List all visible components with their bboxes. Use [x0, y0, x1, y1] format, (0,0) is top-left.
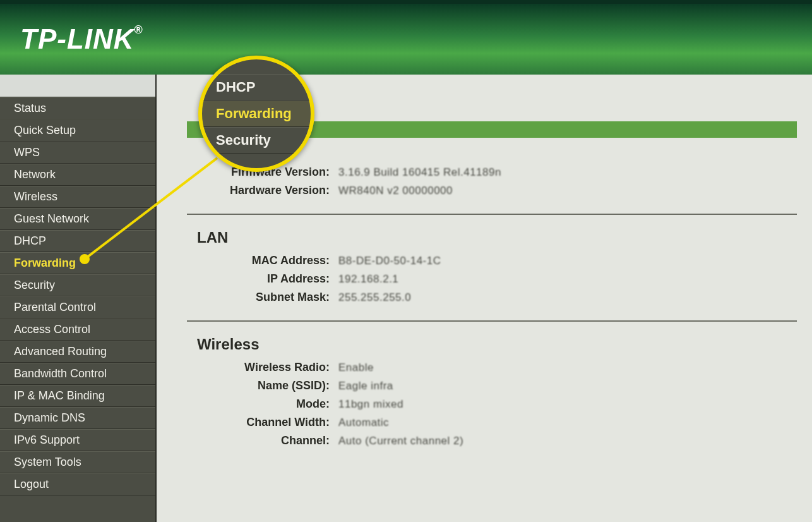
ssid-value: Eagle infra	[338, 380, 393, 392]
radio-value: Enable	[338, 361, 374, 374]
ch-value: Auto (Current channel 2)	[338, 435, 463, 447]
sidebar-item-parental-control[interactable]: Parental Control	[0, 296, 155, 319]
ip-value: 192.168.2.1	[338, 273, 398, 286]
cw-row: Channel Width: Automatic	[187, 416, 797, 429]
registered-icon: ®	[134, 23, 143, 36]
sidebar-spacer	[0, 75, 155, 97]
wireless-section: Wireless Wireless Radio: Enable Name (SS…	[187, 320, 797, 447]
callout-dot	[80, 254, 90, 264]
callout-item-security: Security	[202, 127, 311, 154]
cw-label: Channel Width:	[187, 416, 338, 429]
lan-title: LAN	[197, 229, 797, 246]
ssid-row: Name (SSID): Eagle infra	[187, 379, 797, 392]
hardware-version-value: WR840N v2 00000000	[338, 185, 453, 197]
sidebar-item-wireless[interactable]: Wireless	[0, 186, 155, 208]
mask-value: 255.255.255.0	[338, 291, 411, 304]
sidebar-item-advanced-routing[interactable]: Advanced Routing	[0, 341, 155, 363]
ip-row: IP Address: 192.168.2.1	[187, 272, 797, 286]
callout-item-dhcp: DHCP	[202, 74, 311, 100]
ch-row: Channel: Auto (Current channel 2)	[187, 434, 797, 447]
sidebar-item-status[interactable]: Status	[0, 97, 155, 119]
mode-row: Mode: 11bgn mixed	[187, 398, 797, 411]
sidebar-item-security[interactable]: Security	[0, 274, 155, 296]
sidebar-item-bandwidth-control[interactable]: Bandwidth Control	[0, 363, 155, 385]
hardware-version-label: Hardware Version:	[187, 184, 338, 197]
ip-label: IP Address:	[187, 272, 338, 286]
magnifier-callout: DHCP Forwarding Security	[198, 56, 314, 172]
sidebar-item-ipv6-support[interactable]: IPv6 Support	[0, 429, 155, 451]
sidebar-item-system-tools[interactable]: System Tools	[0, 451, 155, 473]
mac-row: MAC Address: B8-DE-D0-50-14-1C	[187, 254, 797, 267]
radio-label: Wireless Radio:	[187, 361, 338, 374]
callout-item-forwarding: Forwarding	[202, 100, 311, 127]
brand-logo: TP-LINK®	[20, 23, 143, 55]
sidebar-item-guest-network[interactable]: Guest Network	[0, 208, 155, 230]
sidebar-item-wps[interactable]: WPS	[0, 142, 155, 164]
sidebar-item-dynamic-dns[interactable]: Dynamic DNS	[0, 407, 155, 429]
mac-value: B8-DE-D0-50-14-1C	[338, 255, 441, 267]
mask-row: Subnet Mask: 255.255.255.0	[187, 291, 797, 304]
lan-section: LAN MAC Address: B8-DE-D0-50-14-1C IP Ad…	[187, 214, 797, 304]
sidebar-item-dhcp[interactable]: DHCP	[0, 230, 155, 252]
wireless-title: Wireless	[197, 336, 797, 353]
cw-value: Automatic	[338, 416, 389, 429]
sidebar-item-quick-setup[interactable]: Quick Setup	[0, 119, 155, 142]
brand-text: TP-LINK	[20, 23, 134, 54]
sidebar-item-ip-mac-binding[interactable]: IP & MAC Binding	[0, 385, 155, 407]
sidebar-nav: Status Quick Setup WPS Network Wireless …	[0, 75, 157, 522]
firmware-version-value: 3.16.9 Build 160415 Rel.41189n	[338, 166, 501, 179]
hardware-version-row: Hardware Version: WR840N v2 00000000	[187, 184, 797, 197]
sidebar-item-network[interactable]: Network	[0, 164, 155, 186]
ssid-label: Name (SSID):	[187, 379, 338, 392]
mode-label: Mode:	[187, 398, 338, 411]
firmware-version-row: Firmware Version: 3.16.9 Build 160415 Re…	[187, 166, 797, 179]
mode-value: 11bgn mixed	[338, 398, 403, 411]
radio-row: Wireless Radio: Enable	[187, 361, 797, 374]
sidebar-item-forwarding[interactable]: Forwarding	[0, 252, 155, 274]
mac-label: MAC Address:	[187, 254, 338, 267]
sidebar-item-logout[interactable]: Logout	[0, 473, 155, 495]
header-bar: TP-LINK®	[0, 0, 812, 75]
mask-label: Subnet Mask:	[187, 291, 338, 304]
sidebar-item-access-control[interactable]: Access Control	[0, 319, 155, 341]
ch-label: Channel:	[187, 434, 338, 447]
